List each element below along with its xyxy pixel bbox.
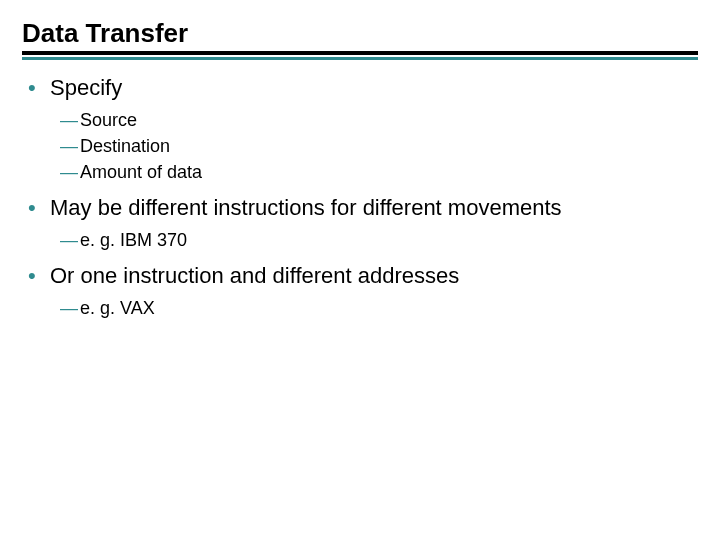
bullet-icon: • [28,194,50,222]
title-rules [22,51,698,60]
sub-item: — Destination [60,134,698,158]
sub-text: Amount of data [80,160,202,184]
sub-text: Destination [80,134,170,158]
bullet-item: • Specify [22,74,698,102]
rule-teal [22,57,698,60]
sub-list: — e. g. IBM 370 [60,228,698,252]
sub-list: — e. g. VAX [60,296,698,320]
dash-icon: — [60,228,80,252]
sub-text: Source [80,108,137,132]
slide: Data Transfer • Specify — Source — Desti… [0,0,720,320]
bullet-text: May be different instructions for differ… [50,194,698,222]
bullet-item: • Or one instruction and different addre… [22,262,698,290]
sub-item: — e. g. VAX [60,296,698,320]
sub-item: — e. g. IBM 370 [60,228,698,252]
sub-text: e. g. IBM 370 [80,228,187,252]
dash-icon: — [60,134,80,158]
dash-icon: — [60,108,80,132]
sub-item: — Source [60,108,698,132]
bullet-text: Or one instruction and different address… [50,262,698,290]
sub-text: e. g. VAX [80,296,155,320]
sub-item: — Amount of data [60,160,698,184]
bullet-icon: • [28,262,50,290]
dash-icon: — [60,296,80,320]
bullet-text: Specify [50,74,698,102]
bullet-icon: • [28,74,50,102]
slide-content: • Specify — Source — Destination — Amoun… [22,74,698,320]
rule-black [22,51,698,55]
bullet-item: • May be different instructions for diff… [22,194,698,222]
dash-icon: — [60,160,80,184]
sub-list: — Source — Destination — Amount of data [60,108,698,184]
slide-title: Data Transfer [22,18,698,49]
